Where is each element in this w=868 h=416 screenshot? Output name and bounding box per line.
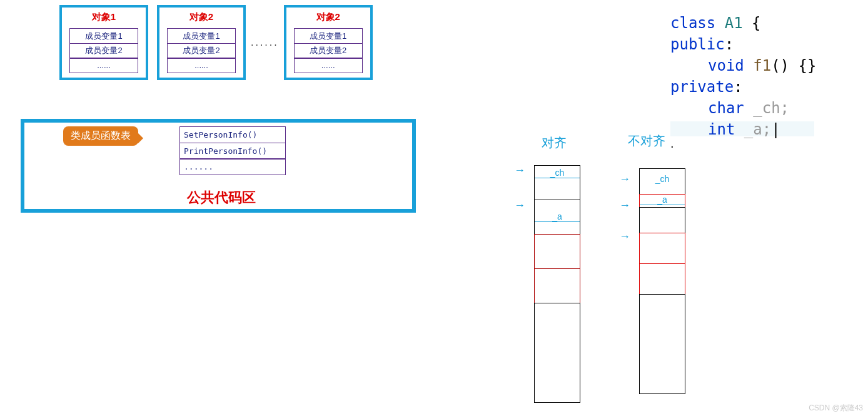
- member-slot: 成员变量1: [167, 28, 236, 44]
- memory-cell: [639, 207, 685, 233]
- kw-public: public: [670, 36, 725, 53]
- arrow-icon: →: [619, 199, 630, 212]
- parens: () {}: [771, 57, 816, 74]
- kw-int: int: [708, 121, 735, 138]
- func-slot: PrintPersonInfo(): [179, 143, 286, 160]
- func-slot: ......: [179, 158, 286, 175]
- member-slot: ......: [167, 58, 236, 73]
- arrow-icon: →: [514, 164, 525, 177]
- field-label: _ch: [535, 168, 580, 178]
- object-title: 对象2: [316, 11, 340, 23]
- member-slot: 成员变量1: [294, 28, 363, 44]
- object-title: 对象1: [92, 11, 116, 23]
- function-table: SetPersonInfo() PrintPersonInfo() ......: [179, 126, 286, 175]
- field-label: _ch: [640, 174, 685, 184]
- var-ch: _ch;: [744, 99, 789, 117]
- member-slot: 成员变量2: [294, 43, 363, 59]
- memory-cell: [534, 303, 580, 403]
- bubble-label: 类成员函数表: [63, 126, 138, 146]
- arrow-icon: →: [619, 230, 630, 243]
- field-label: _a: [640, 195, 685, 205]
- object-title: 对象2: [189, 11, 213, 23]
- arrow-icon: →: [619, 173, 630, 186]
- memory-cell: _ch: [534, 165, 580, 200]
- ellipsis: ......: [251, 37, 279, 48]
- memory-cell: [639, 263, 685, 295]
- member-slot: 成员变量2: [69, 43, 138, 59]
- memory-cell: _a: [534, 200, 580, 235]
- dot: .: [670, 136, 674, 151]
- member-slot: ......: [294, 58, 363, 73]
- aligned-label: 对齐: [542, 134, 567, 151]
- member-slot: 成员变量2: [167, 43, 236, 59]
- kw-void: void: [708, 57, 744, 74]
- class-name: A1: [715, 14, 752, 32]
- var-a: _a;: [735, 121, 771, 138]
- memory-cell: [639, 294, 685, 394]
- func-slot: SetPersonInfo(): [179, 126, 286, 143]
- cursor-icon: |: [771, 121, 780, 138]
- memory-column-unaligned: _ch _a: [639, 169, 685, 394]
- kw-char: char: [708, 99, 744, 117]
- member-slot: 成员变量1: [69, 28, 138, 44]
- field-label: _a: [535, 211, 580, 222]
- kw-class: class: [670, 14, 715, 32]
- code-snippet: class A1 { public: void f1() {} private:…: [670, 13, 816, 140]
- memory-cell: [534, 268, 580, 303]
- memory-cell: _a: [639, 194, 685, 208]
- memory-column-aligned: _ch _a: [534, 166, 580, 403]
- memory-cell: [534, 234, 580, 269]
- object-1: 对象1 成员变量1 成员变量2 ......: [59, 5, 148, 80]
- func-name: f1: [744, 57, 771, 74]
- memory-cell: [639, 233, 685, 264]
- memory-cell: _ch: [639, 168, 685, 195]
- public-code-area: 类成员函数表 SetPersonInfo() PrintPersonInfo()…: [21, 119, 416, 213]
- brace: {: [752, 14, 760, 32]
- colon: :: [725, 36, 734, 53]
- object-3: 对象2 成员变量1 成员变量2 ......: [284, 5, 373, 80]
- arrow-icon: →: [514, 199, 525, 212]
- public-code-label: 公共代码区: [187, 188, 256, 207]
- colon: :: [734, 78, 742, 96]
- object-2: 对象2 成员变量1 成员变量2 ......: [157, 5, 246, 80]
- unaligned-label: 不对齐: [628, 133, 665, 150]
- member-slot: ......: [69, 58, 138, 73]
- kw-private: private: [670, 78, 734, 96]
- object-row: 对象1 成员变量1 成员变量2 ...... 对象2 成员变量1 成员变量2 .…: [59, 5, 373, 80]
- watermark: CSDN @索隆43: [809, 403, 863, 413]
